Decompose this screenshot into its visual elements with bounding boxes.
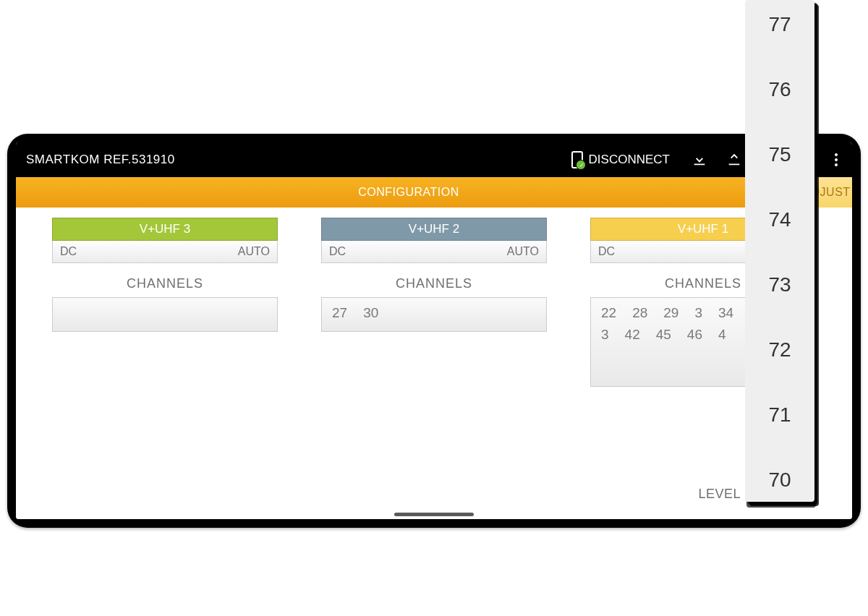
dc-label: DC bbox=[598, 245, 615, 258]
app-title: SMARTKOM REF.531910 bbox=[26, 153, 571, 167]
picker-item[interactable]: 72 bbox=[768, 338, 791, 362]
channel-value: 3 bbox=[694, 305, 702, 321]
dc-label: DC bbox=[60, 245, 77, 258]
channel-value: 29 bbox=[663, 305, 678, 321]
channel-value: 28 bbox=[632, 305, 647, 321]
channel-value: 30 bbox=[363, 305, 378, 321]
column-vuhf3: V+UHF 3 DC AUTO CHANNELS bbox=[52, 218, 278, 512]
number-picker[interactable]: 7776757473727170 bbox=[745, 0, 814, 502]
device-frame: SMARTKOM REF.531910 ✓ DISCONNECT bbox=[7, 134, 861, 528]
disconnect-label: DISCONNECT bbox=[589, 153, 670, 167]
channel-value: 34 bbox=[718, 305, 733, 321]
channel-value: 22 bbox=[601, 305, 616, 321]
app-window: SMARTKOM REF.531910 ✓ DISCONNECT bbox=[16, 142, 852, 519]
dc-label: DC bbox=[329, 245, 346, 258]
content-area: V+UHF 3 DC AUTO CHANNELS V+UHF 2 DC AUTO… bbox=[16, 208, 852, 519]
disconnect-button[interactable]: ✓ DISCONNECT bbox=[571, 151, 670, 168]
channels-box[interactable]: 2730 bbox=[321, 297, 547, 332]
channel-value: 42 bbox=[625, 327, 640, 343]
tab-configuration[interactable]: CONFIGURATION bbox=[16, 177, 801, 208]
picker-item[interactable]: 75 bbox=[768, 143, 791, 166]
overflow-menu-icon[interactable] bbox=[830, 153, 842, 166]
channel-value: 46 bbox=[687, 327, 702, 343]
picker-item[interactable]: 76 bbox=[768, 78, 791, 101]
column-header: V+UHF 2 bbox=[321, 218, 547, 241]
channel-value: 4 bbox=[718, 327, 726, 343]
channels-heading: CHANNELS bbox=[52, 276, 278, 291]
channels-box[interactable] bbox=[52, 297, 278, 332]
picker-item[interactable]: 71 bbox=[768, 403, 791, 427]
top-bar: SMARTKOM REF.531910 ✓ DISCONNECT bbox=[16, 142, 852, 177]
channel-value: 3 bbox=[601, 327, 609, 343]
picker-item[interactable]: 73 bbox=[768, 273, 791, 296]
dc-value: AUTO bbox=[507, 245, 539, 258]
channels-heading: CHANNELS bbox=[321, 276, 547, 291]
column-vuhf2: V+UHF 2 DC AUTO CHANNELS 2730 bbox=[321, 218, 547, 512]
column-header: V+UHF 3 bbox=[52, 218, 278, 241]
download-icon[interactable] bbox=[692, 152, 707, 168]
channel-value: 45 bbox=[656, 327, 671, 343]
picker-item[interactable]: 70 bbox=[768, 469, 791, 492]
tab-bar: CONFIGURATION ADJUST bbox=[16, 177, 852, 208]
picker-item[interactable]: 74 bbox=[768, 208, 791, 231]
dc-value: AUTO bbox=[238, 245, 270, 258]
dc-selector[interactable]: DC AUTO bbox=[321, 241, 547, 263]
picker-item[interactable]: 77 bbox=[768, 13, 791, 36]
dc-selector[interactable]: DC AUTO bbox=[52, 241, 278, 263]
level-label: LEVEL bbox=[698, 487, 741, 502]
phone-status-icon: ✓ bbox=[571, 151, 583, 168]
channel-value: 27 bbox=[332, 305, 347, 321]
upload-icon[interactable] bbox=[726, 152, 742, 168]
home-indicator bbox=[394, 513, 474, 516]
